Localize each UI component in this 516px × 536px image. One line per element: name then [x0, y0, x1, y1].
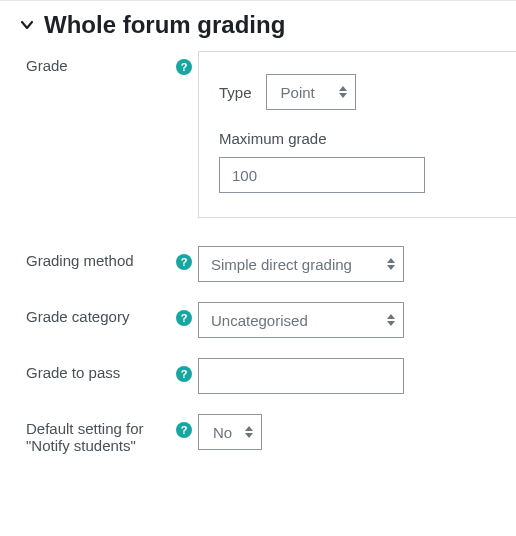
chevron-down-icon [18, 16, 36, 34]
grade-category-select[interactable]: Uncategorised [198, 302, 404, 338]
max-grade-label: Maximum grade [219, 130, 496, 147]
max-grade-input[interactable] [219, 157, 425, 193]
grading-method-label: Grading method [10, 246, 170, 269]
grade-label: Grade [10, 51, 170, 74]
help-icon[interactable]: ? [176, 254, 192, 270]
grade-to-pass-label: Grade to pass [10, 358, 170, 381]
grade-to-pass-input[interactable] [198, 358, 404, 394]
select-caret-icon [245, 426, 253, 438]
select-caret-icon [339, 86, 347, 98]
whole-forum-grading-section: Whole forum grading Grade ? Type Point [0, 0, 516, 456]
grade-category-label: Grade category [10, 302, 170, 325]
grade-panel: Type Point Maximum grade [198, 51, 516, 218]
help-icon[interactable]: ? [176, 422, 192, 438]
section-title: Whole forum grading [44, 11, 285, 39]
select-caret-icon [387, 258, 395, 270]
notify-students-label: Default setting for "Notify students" [10, 414, 170, 454]
section-heading[interactable]: Whole forum grading [0, 1, 516, 49]
notify-students-select[interactable]: No [198, 414, 262, 450]
type-select[interactable]: Point [266, 74, 356, 110]
help-icon[interactable]: ? [176, 59, 192, 75]
help-icon[interactable]: ? [176, 310, 192, 326]
type-label: Type [219, 84, 252, 101]
select-caret-icon [387, 314, 395, 326]
grading-method-select[interactable]: Simple direct grading [198, 246, 404, 282]
help-icon[interactable]: ? [176, 366, 192, 382]
